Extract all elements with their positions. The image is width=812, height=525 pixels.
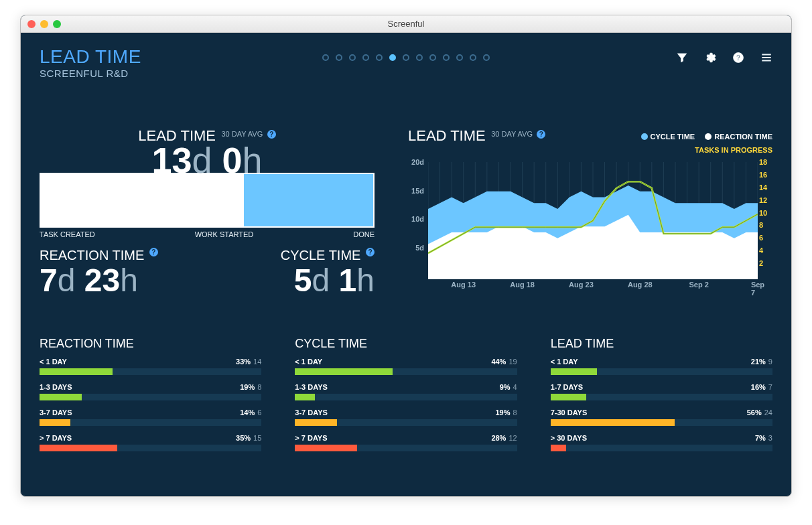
row-pct: 9% bbox=[500, 383, 511, 391]
row-count: 3 bbox=[768, 434, 772, 442]
y2-tick: 16 bbox=[759, 171, 767, 179]
row-pct: 7% bbox=[755, 434, 766, 442]
x-tick: Aug 23 bbox=[569, 281, 594, 289]
dist-row: > 30 DAYS7%3 bbox=[551, 434, 772, 451]
pager-dot[interactable] bbox=[483, 54, 490, 61]
page-indicator[interactable] bbox=[21, 54, 791, 61]
y2-tick: 10 bbox=[759, 209, 767, 217]
help-icon[interactable]: ? bbox=[149, 248, 158, 256]
row-label: 7-30 DAYS bbox=[551, 408, 588, 417]
tasks-in-progress-label: TASKS IN PROGRESS bbox=[695, 146, 772, 154]
page-subtitle: SCREENFUL R&D bbox=[40, 68, 141, 79]
distribution-panel: REACTION TIME< 1 DAY33%141-3 DAYS19%83-7… bbox=[40, 337, 261, 459]
label-done: DONE bbox=[353, 230, 375, 238]
label-task-created: TASK CREATED bbox=[40, 230, 95, 238]
dashboard: LEAD TIME SCREENFUL R&D ? LEAD TIME 30 D… bbox=[21, 33, 791, 496]
row-label: 1-3 DAYS bbox=[40, 383, 72, 391]
lead-time-bar bbox=[40, 173, 375, 228]
x-tick: Aug 28 bbox=[628, 281, 653, 289]
x-tick: Sep 2 bbox=[689, 281, 708, 289]
pager-dot[interactable] bbox=[322, 54, 329, 61]
pager-dot[interactable] bbox=[362, 54, 369, 61]
row-count: 12 bbox=[509, 434, 517, 442]
row-pct: 19% bbox=[240, 383, 255, 391]
row-count: 7 bbox=[768, 383, 772, 391]
panel-title: LEAD TIME bbox=[551, 337, 772, 351]
panel-title: CYCLE TIME bbox=[295, 337, 517, 351]
pager-dot[interactable] bbox=[376, 54, 383, 61]
row-pct: 14% bbox=[240, 408, 255, 417]
panel-title: REACTION TIME bbox=[40, 337, 261, 351]
row-pct: 16% bbox=[751, 383, 766, 391]
pager-dot[interactable] bbox=[349, 54, 356, 61]
row-pct: 44% bbox=[491, 358, 506, 366]
y2-tick: 4 bbox=[759, 246, 763, 254]
dist-row: 1-3 DAYS19%8 bbox=[40, 383, 261, 400]
lead-time-chart: 5d10d15d20d 24681012141618 Aug 13Aug 18A… bbox=[408, 162, 772, 297]
pager-dot[interactable] bbox=[443, 54, 450, 61]
y2-tick: 2 bbox=[759, 259, 763, 267]
row-count: 24 bbox=[764, 408, 772, 417]
dist-row: 3-7 DAYS14%6 bbox=[40, 408, 261, 426]
x-tick: Aug 18 bbox=[510, 281, 535, 289]
pager-dot[interactable] bbox=[389, 54, 396, 61]
help-icon[interactable]: ? bbox=[267, 130, 276, 139]
help-icon[interactable]: ? bbox=[366, 248, 375, 256]
y-tick: 5d bbox=[415, 244, 424, 252]
dist-row: < 1 DAY33%14 bbox=[40, 358, 261, 375]
cycle-time-title: CYCLE TIME ? bbox=[281, 248, 375, 263]
row-count: 8 bbox=[257, 383, 261, 391]
pager-dot[interactable] bbox=[403, 54, 409, 61]
row-label: > 30 DAYS bbox=[551, 434, 587, 442]
row-label: 3-7 DAYS bbox=[295, 408, 328, 417]
dist-row: < 1 DAY21%9 bbox=[551, 358, 772, 375]
row-pct: 19% bbox=[496, 408, 511, 417]
chart-legend: CYCLE TIME REACTION TIME bbox=[633, 133, 772, 141]
x-tick: Aug 13 bbox=[451, 281, 476, 289]
row-label: 1-3 DAYS bbox=[295, 383, 328, 391]
dist-row: 1-7 DAYS16%7 bbox=[551, 383, 772, 400]
pager-dot[interactable] bbox=[429, 54, 436, 61]
row-pct: 28% bbox=[491, 434, 506, 442]
row-count: 4 bbox=[513, 383, 517, 391]
y-tick: 15d bbox=[411, 187, 424, 195]
pager-dot[interactable] bbox=[456, 54, 463, 61]
row-label: < 1 DAY bbox=[40, 358, 67, 366]
x-tick: Sep 7 bbox=[751, 281, 764, 297]
row-count: 19 bbox=[509, 358, 517, 366]
row-label: < 1 DAY bbox=[295, 358, 322, 366]
row-count: 9 bbox=[768, 358, 772, 366]
dist-row: > 7 DAYS35%15 bbox=[40, 434, 261, 451]
help-icon[interactable]: ? bbox=[537, 130, 545, 139]
distribution-panel: CYCLE TIME< 1 DAY44%191-3 DAYS9%43-7 DAY… bbox=[295, 337, 517, 459]
dist-row: 1-3 DAYS9%4 bbox=[295, 383, 517, 400]
row-label: 3-7 DAYS bbox=[40, 408, 72, 417]
row-label: 1-7 DAYS bbox=[551, 383, 584, 391]
row-pct: 35% bbox=[236, 434, 251, 442]
row-pct: 33% bbox=[236, 358, 251, 366]
dist-row: 7-30 DAYS56%24 bbox=[551, 408, 772, 426]
label-work-started: WORK STARTED bbox=[195, 230, 254, 238]
pager-dot[interactable] bbox=[470, 54, 476, 61]
reaction-time-value: 7d 23h bbox=[40, 265, 158, 297]
app-window: Screenful LEAD TIME SCREENFUL R&D ? LEAD… bbox=[20, 15, 792, 497]
distribution-panel: LEAD TIME< 1 DAY21%91-7 DAYS16%77-30 DAY… bbox=[551, 337, 772, 459]
pager-dot[interactable] bbox=[416, 54, 423, 61]
row-count: 6 bbox=[257, 408, 261, 417]
y2-tick: 14 bbox=[759, 183, 767, 192]
dist-row: 3-7 DAYS19%8 bbox=[295, 408, 517, 426]
row-count: 15 bbox=[253, 434, 261, 442]
y-tick: 20d bbox=[411, 158, 424, 166]
pager-dot[interactable] bbox=[336, 54, 342, 61]
row-pct: 21% bbox=[751, 358, 766, 366]
row-label: > 7 DAYS bbox=[40, 434, 72, 442]
row-count: 14 bbox=[253, 358, 261, 366]
row-label: < 1 DAY bbox=[551, 358, 578, 366]
y-tick: 10d bbox=[411, 215, 424, 223]
row-count: 8 bbox=[513, 408, 517, 417]
dist-row: < 1 DAY44%19 bbox=[295, 358, 517, 375]
row-label: > 7 DAYS bbox=[295, 434, 327, 442]
reaction-time-title: REACTION TIME ? bbox=[40, 248, 158, 263]
window-title: Screenful bbox=[21, 19, 791, 29]
dist-row: > 7 DAYS28%12 bbox=[295, 434, 517, 451]
